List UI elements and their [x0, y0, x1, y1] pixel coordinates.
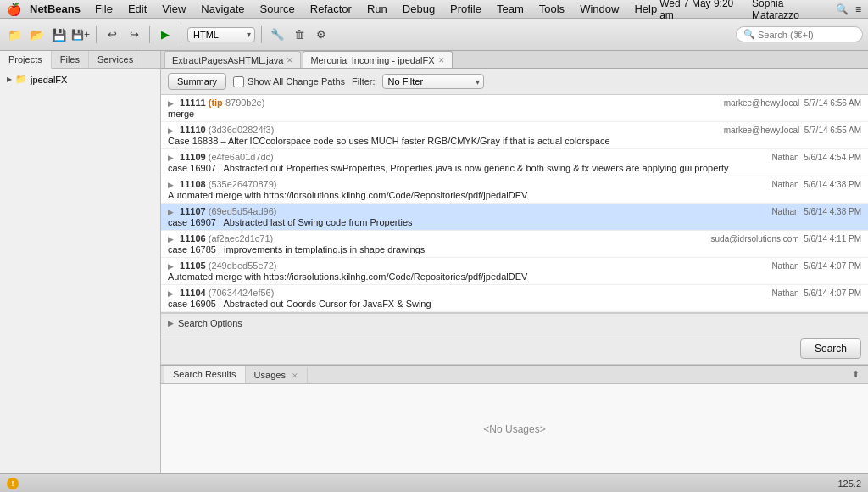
menu-navigate[interactable]: Navigate [198, 3, 247, 15]
menu-items-container: File Edit View Navigate Source Refactor … [92, 3, 659, 15]
sidebar-tab-files[interactable]: Files [52, 51, 89, 68]
language-dropdown-wrap: HTML [187, 27, 255, 42]
changeset-list: ▶ 11111 (tip 8790b2e) markee@hewy.local … [161, 95, 868, 313]
cs-expand-arrow-11104[interactable]: ▶ [168, 289, 174, 298]
changeset-item-11106[interactable]: ▶ 11106 (af2aec2d1c71) suda@idrsolutions… [161, 231, 868, 258]
cs-message-11108: Automated merge with https://idrsolution… [168, 190, 861, 200]
changeset-item-11110[interactable]: ▶ 11110 (3d36d02824f3) markee@hewy.local… [161, 122, 868, 149]
run-btn[interactable]: ▶ [156, 25, 175, 44]
cs-id-11106: 11106 [180, 233, 209, 243]
cs-expand-arrow-11107[interactable]: ▶ [168, 208, 174, 216]
cs-expand-arrow-11110[interactable]: ▶ [168, 126, 174, 135]
bottom-panel-maximize-icon[interactable]: ⬆ [847, 367, 865, 382]
tab-mercurial-incoming[interactable]: Mercurial Incoming - jpedalFX ✕ [303, 51, 452, 68]
content-area: ExtractPagesAsHTML.java ✕ Mercurial Inco… [161, 51, 868, 473]
menu-file[interactable]: File [92, 3, 115, 15]
cs-message-11106: case 16785 : improvements in templating.… [168, 244, 861, 254]
no-usages-label: <No Usages> [483, 423, 545, 435]
cs-id-11109: 11109 [180, 152, 209, 162]
cs-hash-11110: (3d36d02824f3) [209, 125, 275, 135]
menu-extra-icon: ≡ [855, 3, 861, 15]
save-btn[interactable]: 💾 [49, 25, 68, 44]
redo-btn[interactable]: ↪ [125, 25, 143, 44]
sidebar-tab-services[interactable]: Services [89, 51, 142, 68]
menu-tools[interactable]: Tools [537, 3, 567, 15]
language-dropdown[interactable]: HTML [187, 27, 255, 42]
build-btn[interactable]: 🔧 [268, 25, 287, 44]
cs-author-date-11106: suda@idrsolutions.com 5/6/14 4:11 PM [711, 234, 861, 243]
menu-help[interactable]: Help [632, 3, 659, 15]
cs-hash-11107: (69ed5d54ad96) [209, 206, 277, 216]
status-notification-icon[interactable]: ! [7, 478, 19, 489]
undo-btn[interactable]: ↩ [103, 25, 121, 44]
cs-message-11110: Case 16838 – Alter ICCcolorspace code so… [168, 136, 861, 146]
datetime-label: Wed 7 May 9:20 am [659, 0, 745, 21]
changeset-item-11104[interactable]: ▶ 11104 (70634424ef56) Nathan 5/6/14 4:0… [161, 285, 868, 312]
changeset-item-11109[interactable]: ▶ 11109 (e4fe6a01d7dc) Nathan 5/6/14 4:5… [161, 149, 868, 176]
main-toolbar: 📁 📂 💾 💾+ ↩ ↪ ▶ HTML 🔧 🗑 ⚙ 🔍 [0, 19, 868, 51]
search-options-label: Search Options [178, 318, 242, 328]
cs-author-date-11110: markee@hewy.local 5/7/14 6:55 AM [724, 126, 861, 135]
bottom-tab-usages[interactable]: Usages ✕ [246, 367, 308, 383]
changeset-item-11107[interactable]: ▶ 11107 (69ed5d54ad96) Nathan 5/6/14 4:3… [161, 204, 868, 231]
cs-author-date-11107: Nathan 5/6/14 4:38 PM [771, 207, 861, 216]
tab-mercurial-incoming-close[interactable]: ✕ [438, 56, 445, 64]
cs-expand-arrow-11108[interactable]: ▶ [168, 181, 174, 189]
tab-extract-pages-close[interactable]: ✕ [287, 56, 293, 64]
cs-id-11108: 11108 [180, 179, 209, 189]
test-btn[interactable]: ⚙ [312, 25, 331, 44]
bottom-tab-search-results[interactable]: Search Results [164, 366, 246, 383]
changeset-item-11105[interactable]: ▶ 11105 (249dbed55e72) Nathan 5/6/14 4:0… [161, 258, 868, 285]
save-all-btn[interactable]: 💾+ [71, 25, 90, 44]
bottom-tab-usages-close[interactable]: ✕ [292, 372, 298, 380]
search-button[interactable]: Search [800, 338, 861, 359]
spotlight-search-icon[interactable]: 🔍 [836, 3, 849, 15]
menu-refactor[interactable]: Refactor [308, 3, 354, 15]
cs-expand-arrow-11105[interactable]: ▶ [168, 262, 174, 271]
menu-run[interactable]: Run [364, 3, 390, 15]
tab-extract-pages[interactable]: ExtractPagesAsHTML.java ✕ [164, 51, 301, 68]
menu-team[interactable]: Team [494, 3, 526, 15]
bottom-tab-search-results-label: Search Results [173, 369, 236, 379]
sidebar-tree-jpedalfx[interactable]: ▶ 📁 jpedalFX [3, 72, 157, 87]
sidebar-tab-projects[interactable]: Projects [0, 51, 52, 69]
new-project-btn[interactable]: 📁 [5, 25, 24, 44]
bottom-panel: Search Results Usages ✕ ⬆ <No Usages> [161, 365, 868, 473]
apple-logo-icon: 🍎 [7, 3, 21, 16]
search-options-row[interactable]: ▶ Search Options [161, 313, 868, 333]
cs-expand-arrow-11106[interactable]: ▶ [168, 235, 174, 243]
tab-extract-pages-label: ExtractPagesAsHTML.java [172, 55, 283, 65]
cs-author-date-11109: Nathan 5/6/14 4:54 PM [771, 153, 861, 162]
cs-message-11109: case 16907 : Abstracted out Properties s… [168, 163, 861, 173]
menu-debug[interactable]: Debug [400, 3, 437, 15]
cs-author-date-11111: markee@hewy.local 5/7/14 6:56 AM [724, 98, 861, 108]
separator-1 [96, 26, 97, 43]
bottom-tab-usages-label: Usages [254, 370, 286, 380]
sidebar-tabs: Projects Files Services [0, 51, 160, 69]
cs-expand-arrow-11109[interactable]: ▶ [168, 154, 174, 162]
filter-dropdown[interactable]: No Filter By Author By Date By Message [382, 74, 484, 89]
menu-source[interactable]: Source [258, 3, 298, 15]
summary-btn[interactable]: Summary [168, 73, 226, 90]
menubar: 🍎 NetBeans File Edit View Navigate Sourc… [0, 0, 868, 19]
menu-profile[interactable]: Profile [448, 3, 484, 15]
clean-btn[interactable]: 🗑 [290, 25, 309, 44]
statusbar: ! 125.2 [0, 473, 868, 492]
cs-hash-11111: 8790b2e) [225, 98, 265, 108]
changeset-item-11108[interactable]: ▶ 11108 (535e26470879) Nathan 5/6/14 4:3… [161, 176, 868, 204]
panel-toolbar: Summary Show All Change Paths Filter: No… [161, 69, 868, 95]
show-all-paths-label[interactable]: Show All Change Paths [233, 76, 345, 87]
menu-view[interactable]: View [159, 3, 188, 15]
menu-edit[interactable]: Edit [125, 3, 149, 15]
toolbar-search-input[interactable] [758, 30, 851, 40]
menu-window[interactable]: Window [577, 3, 621, 15]
open-btn[interactable]: 📂 [27, 25, 46, 44]
changeset-item-11111[interactable]: ▶ 11111 (tip 8790b2e) markee@hewy.local … [161, 95, 868, 122]
statusbar-left: ! [7, 478, 837, 489]
cs-message-11104: case 16905 : Abstracted out Coords Curso… [168, 299, 861, 309]
hg-panel: Summary Show All Change Paths Filter: No… [161, 69, 868, 365]
search-btn-row: Search [161, 333, 868, 365]
cs-message-11111: merge [168, 109, 861, 119]
show-all-paths-checkbox[interactable] [233, 76, 244, 87]
cs-expand-arrow-11111[interactable]: ▶ [168, 99, 174, 108]
